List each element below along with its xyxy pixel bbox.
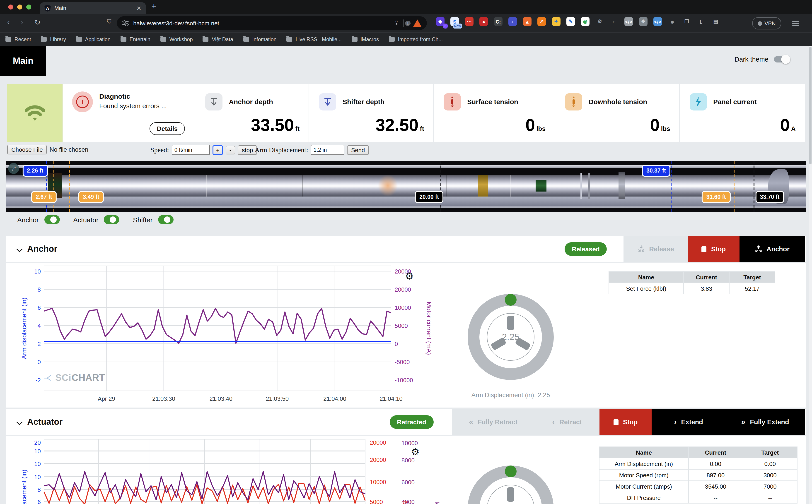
table-cell: Motor Current (amps) <box>599 481 688 492</box>
c-colon-ext-icon[interactable]: C: <box>494 17 503 26</box>
depth-marker-label[interactable]: 2.26 ft <box>22 165 48 177</box>
swirl-ext-icon[interactable]: ◐ <box>509 17 517 26</box>
lighthouse-ext-icon[interactable]: ▲ <box>523 17 532 26</box>
minimize-window-button[interactable] <box>17 5 22 10</box>
table-header: Target <box>743 447 797 458</box>
wallet-ext-icon[interactable]: ▤ <box>711 17 720 26</box>
maximize-window-button[interactable] <box>26 5 31 10</box>
toggle-switch[interactable] <box>44 215 60 224</box>
code-blue-ext-icon[interactable]: </> <box>653 17 662 26</box>
fully-extend-button[interactable]: » Fully Extend <box>725 409 805 435</box>
chart-ext-icon[interactable]: ↗ <box>538 17 546 26</box>
bookmark-folder[interactable]: Application <box>76 36 111 42</box>
wifi-icon <box>24 104 45 122</box>
s-ext-icon[interactable]: SNew <box>451 17 459 26</box>
toggle-switch[interactable] <box>104 215 119 224</box>
dark-theme-toggle[interactable] <box>774 56 789 62</box>
details-button[interactable]: Details <box>149 122 185 135</box>
bookmark-folder[interactable]: Recent <box>5 36 31 42</box>
release-button[interactable]: Release <box>624 236 688 262</box>
browser-tab[interactable]: A Main ✕ <box>40 2 146 14</box>
toggle-switch[interactable] <box>158 215 173 224</box>
svg-text:10: 10 <box>34 268 41 275</box>
bookmarks-bar: RecentLibraryApplicationEntertainWorksho… <box>0 32 812 46</box>
bookmark-folder[interactable]: iMacros <box>351 36 379 42</box>
depth-arrow-icon <box>205 93 222 110</box>
speed-stop-button[interactable]: stop <box>238 145 257 155</box>
back-button[interactable]: ‹ <box>7 18 10 26</box>
close-tab-icon[interactable]: ✕ <box>136 5 141 12</box>
anchor-chart[interactable]: 1086420-220000200001000050000-5000-10000… <box>20 264 455 404</box>
layers-ext-icon[interactable]: ❖ <box>639 17 648 26</box>
mouse-ext-icon[interactable]: ○ <box>610 17 619 26</box>
new-tab-button[interactable]: + <box>151 1 156 11</box>
pen-ext-icon[interactable]: ✎ <box>567 17 575 26</box>
depth-marker-label[interactable]: 20.00 ft <box>415 191 444 203</box>
depth-marker-label[interactable]: 31.60 ft <box>702 191 730 203</box>
choose-file-button[interactable]: Choose File <box>7 145 47 154</box>
anchor-button[interactable]: Anchor <box>740 236 805 262</box>
tune-icon[interactable] <box>122 20 129 26</box>
url-text[interactable]: halwleverest3d-dev.fsoft-hcm.net <box>133 20 219 26</box>
depth-marker-label[interactable]: 3.49 ft <box>78 191 104 203</box>
folder-icon <box>243 37 249 41</box>
double-chevron-left-icon: « <box>469 418 473 427</box>
phone-ext-icon[interactable]: ▯ <box>697 17 706 26</box>
speed-plus-button[interactable]: + <box>212 145 223 155</box>
page-scrollbar[interactable] <box>809 46 812 504</box>
fully-retract-button[interactable]: « Fully Retract <box>452 409 535 435</box>
table-cell: DH Pressure <box>599 492 688 503</box>
gear-ext-icon[interactable]: ⚙ <box>595 17 604 26</box>
adblock-triangle-icon[interactable] <box>413 19 422 27</box>
extend-button[interactable]: › Extend <box>652 409 725 435</box>
actuator-chart-settings-icon[interactable]: ⚙ <box>411 447 420 456</box>
send-button[interactable]: Send <box>347 145 369 155</box>
bookmark-folder[interactable]: Workshop <box>160 36 193 42</box>
close-window-button[interactable] <box>8 5 13 10</box>
bookmark-folder[interactable]: Entertain <box>120 36 150 42</box>
expand-icon[interactable]: ⤢ <box>8 163 19 174</box>
retract-button[interactable]: ‹ Retract <box>535 409 600 435</box>
share-icon[interactable]: ⇪ <box>394 19 399 27</box>
bookmark-folder[interactable]: Library <box>41 36 66 42</box>
anchor-section: Anchor Released Release Stop Anchor 1086… <box>6 236 806 408</box>
green-module <box>536 180 547 192</box>
speed-minus-button[interactable]: - <box>226 146 235 154</box>
table-cell: 52.17 <box>729 283 775 294</box>
flame-ext-icon[interactable]: ✦ <box>552 17 561 26</box>
anchor-arrows-icon <box>755 245 762 253</box>
bookmark-folder[interactable]: Việt Data <box>203 36 233 42</box>
incognito-ext-icon[interactable]: ☻ <box>668 17 677 26</box>
scrollbar-thumb[interactable] <box>809 47 812 164</box>
chevron-down-icon[interactable] <box>16 419 23 425</box>
shield-lock-ext-icon[interactable]: ● <box>480 17 488 26</box>
svg-text:21:03:50: 21:03:50 <box>266 395 289 402</box>
colorwheel-ext-icon[interactable]: ◉ <box>581 17 590 26</box>
menu-icon[interactable] <box>792 19 799 28</box>
speed-input[interactable]: 0 ft/min <box>172 145 210 155</box>
depth-marker-label[interactable]: 30.37 ft <box>642 165 670 177</box>
actuator-stop-button[interactable]: Stop <box>600 409 652 435</box>
bookmark-folder[interactable]: Imported from Ch... <box>389 36 443 42</box>
code-gray-ext-icon[interactable]: </> <box>624 17 633 26</box>
arm-displacement-input[interactable]: 1.2 in <box>311 145 344 155</box>
forward-button[interactable]: › <box>21 18 23 26</box>
bookmark-folder[interactable]: Infomation <box>243 36 276 42</box>
bookmark-icon[interactable]: ⛉ <box>107 18 111 25</box>
anchor-chart-settings-icon[interactable]: ⚙ <box>405 271 414 281</box>
puzzle-ext-icon[interactable]: ❒ <box>682 17 691 26</box>
svg-text:10000: 10000 <box>401 440 418 446</box>
folder-icon <box>389 37 395 41</box>
chevron-down-icon[interactable] <box>16 246 23 252</box>
reload-button[interactable]: ↻ <box>34 18 41 27</box>
depth-marker-label[interactable]: 33.70 ft <box>755 191 784 203</box>
actuator-chart[interactable]: 2010101086200002000010000500010000800060… <box>20 435 455 504</box>
pipe-3d-view[interactable]: ⤢ 2.26 ft2.67 ft3.49 ft20.00 ft30.37 ft3… <box>6 161 806 212</box>
depth-marker-label[interactable]: 2.67 ft <box>31 191 57 203</box>
diamond-ext-icon[interactable]: ◆6 <box>436 17 445 26</box>
address-bar[interactable]: halwleverest3d-dev.fsoft-hcm.net ⇪ 1 <box>117 16 427 30</box>
anchor-stop-button[interactable]: Stop <box>688 236 740 262</box>
bookmark-folder[interactable]: Live RSS - Mobile... <box>286 36 342 42</box>
password-ext-icon[interactable]: ⋯ <box>465 17 474 26</box>
vpn-button[interactable]: VPN <box>752 17 781 29</box>
